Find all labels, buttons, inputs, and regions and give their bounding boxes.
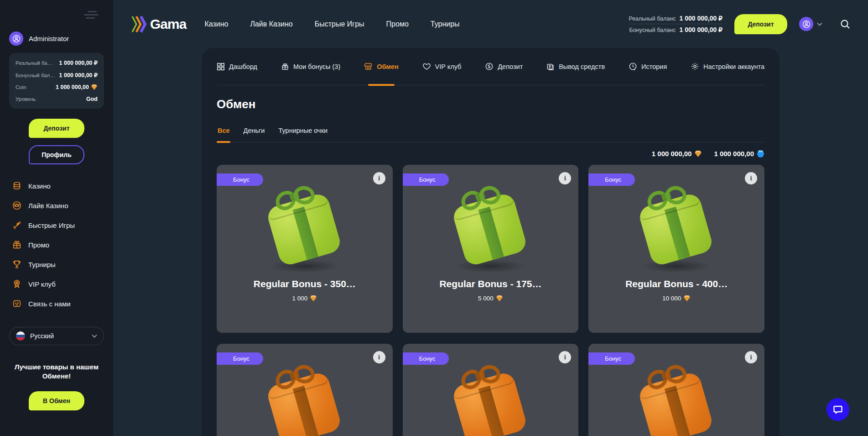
account-tabs: Дашборд Мои бонусы (3) Обмен [217, 48, 764, 85]
shop-icon [364, 62, 373, 71]
bonus-badge: Бонус [217, 352, 263, 365]
gem-orange-icon [694, 150, 702, 158]
tab-withdraw[interactable]: Вывод средств [546, 48, 605, 85]
history-icon [629, 62, 637, 71]
tab-label: Дашборд [229, 63, 257, 70]
real-balance-row: Реальный ба… 1 000 000,00 ₽ [16, 57, 98, 69]
top-nav-live-casino[interactable]: Лайв Казино [250, 20, 292, 28]
sidebar-profile-button[interactable]: Профиль [29, 145, 84, 164]
main-area: Gama Казино Лайв Казино Быстрые Игры Про… [113, 0, 868, 436]
coin-balance-row: Coin 1 000 000,00 [16, 81, 98, 93]
language-label: Русский [30, 332, 87, 340]
info-icon[interactable]: i [559, 351, 571, 363]
filter-all[interactable]: Все [217, 123, 231, 142]
logo-text: Gama [150, 16, 186, 32]
gift-box-green-image [633, 189, 720, 274]
dashboard-icon [217, 63, 225, 71]
sidebar-item-live-casino[interactable]: Лайв Казино [9, 198, 104, 213]
sidebar-item-casino[interactable]: Казино [9, 178, 104, 194]
bonus-card[interactable]: Бонус i [588, 344, 764, 436]
bonus-card[interactable]: Бонус i Regular Bonus - 400… 10 000 [588, 165, 764, 333]
russian-flag-icon [16, 331, 25, 341]
sidebar-item-contact[interactable]: Связь с нами [9, 296, 104, 311]
info-icon[interactable]: i [745, 351, 757, 363]
coin-balance-label: Coin [16, 84, 26, 90]
gem-orange-icon [91, 84, 98, 90]
tab-label: Вывод средств [559, 63, 605, 70]
tab-my-bonuses[interactable]: Мои бонусы (3) [281, 48, 340, 85]
info-icon[interactable]: i [373, 351, 385, 363]
info-icon[interactable]: i [559, 172, 571, 184]
withdraw-icon [546, 63, 555, 71]
real-balance-value: 1 000 000,00 ₽ [679, 15, 722, 22]
bonus-card[interactable]: Бонус i Regular Bonus - 175… 5 000 [403, 165, 579, 333]
info-icon[interactable]: i [373, 172, 385, 184]
gama-logo[interactable]: Gama [131, 15, 186, 33]
tab-label: Настройки аккаунта [703, 63, 764, 70]
settings-icon [691, 62, 699, 71]
tab-dashboard[interactable]: Дашборд [217, 48, 257, 85]
filter-money[interactable]: Деньги [243, 123, 266, 142]
bonus-title: Regular Bonus - 175… [403, 278, 579, 289]
account-menu[interactable] [799, 17, 822, 31]
search-icon[interactable] [840, 19, 851, 30]
gem-orange-icon [496, 295, 503, 302]
sidebar-item-vip-club[interactable]: VIP клуб [9, 276, 104, 292]
sidebar-item-label: VIP клуб [28, 280, 56, 288]
sidebar-item-tournaments[interactable]: Турниры [9, 257, 104, 272]
sidebar-item-fast-games[interactable]: Быстрые Игры [9, 217, 104, 233]
bonus-balance-value: 1 000 000,00 ₽ [679, 26, 722, 33]
language-selector[interactable]: Русский [9, 327, 104, 345]
top-nav-fast-games[interactable]: Быстрые Игры [315, 20, 364, 28]
bonus-balance-label: Бонусный баланс [629, 27, 676, 33]
live-casino-icon [12, 200, 22, 210]
casino-icon [12, 181, 22, 191]
bonus-card[interactable]: Бонус i [217, 344, 393, 436]
sidebar-item-label: Лайв Казино [28, 202, 68, 210]
level-value: God [86, 96, 98, 102]
gift-icon [281, 63, 289, 71]
header-deposit-button[interactable]: Депозит [734, 14, 787, 34]
menu-icon[interactable] [84, 6, 100, 23]
tab-exchange[interactable]: Обмен [364, 48, 399, 85]
top-header: Gama Казино Лайв Казино Быстрые Игры Про… [113, 0, 868, 48]
live-chat-button[interactable] [826, 398, 849, 421]
sidebar-exchange-button[interactable]: В Обмен [29, 391, 84, 410]
top-nav-tournaments[interactable]: Турниры [431, 20, 460, 28]
filter-tournament-points[interactable]: Турнирные очки [277, 123, 328, 142]
top-nav-promo[interactable]: Промо [386, 20, 409, 28]
bonus-balance-label: Бонусный бал… [16, 73, 55, 78]
coin-icon [485, 62, 494, 71]
info-icon[interactable]: i [745, 172, 757, 184]
sidebar-item-promo[interactable]: Промо [9, 237, 104, 252]
bonus-cards-grid: Бонус i Regular Bonus - 350… 1 000 Бонус… [217, 165, 764, 436]
user-avatar-icon [9, 32, 23, 46]
bonus-balance: Бонусный баланс 1 000 000,00 ₽ [629, 24, 722, 35]
bonus-price: 1 000 [217, 295, 393, 302]
sidebar-item-label: Казино [28, 182, 51, 190]
top-nav-casino[interactable]: Казино [204, 20, 228, 28]
vip-club-icon [12, 279, 22, 289]
tournaments-icon [12, 259, 22, 269]
gem-orange-icon [683, 295, 691, 302]
account-panel: Дашборд Мои бонусы (3) Обмен [202, 48, 780, 436]
tab-deposit[interactable]: Депозит [485, 48, 523, 85]
tab-history[interactable]: История [629, 48, 667, 85]
sidebar-nav: Казино Лайв Казино Быстрые Игры Промо [9, 178, 104, 311]
page-title: Обмен [217, 97, 764, 111]
sidebar-deposit-button[interactable]: Депозит [29, 119, 84, 138]
tab-vip-club[interactable]: VIP клуб [422, 48, 462, 85]
bonus-card[interactable]: Бонус i [403, 344, 579, 436]
wallet-orange-balance: 1 000 000,00 [652, 150, 702, 158]
bonus-badge: Бонус [217, 173, 263, 186]
sidebar-user[interactable]: Administrator [9, 32, 104, 46]
real-balance-label: Реальный баланс [629, 16, 676, 22]
bonus-card[interactable]: Бонус i Regular Bonus - 350… 1 000 [217, 165, 393, 333]
bonus-balance-row: Бонусный бал… 1 000 000,00 ₽ [16, 69, 98, 81]
gift-box-green-image [447, 189, 534, 274]
chevron-down-icon [92, 334, 97, 338]
level-label: Уровень [16, 96, 36, 102]
sidebar-item-label: Турниры [28, 261, 56, 268]
tab-account-settings[interactable]: Настройки аккаунта [691, 48, 764, 85]
sidebar-item-label: Быстрые Игры [28, 221, 75, 229]
